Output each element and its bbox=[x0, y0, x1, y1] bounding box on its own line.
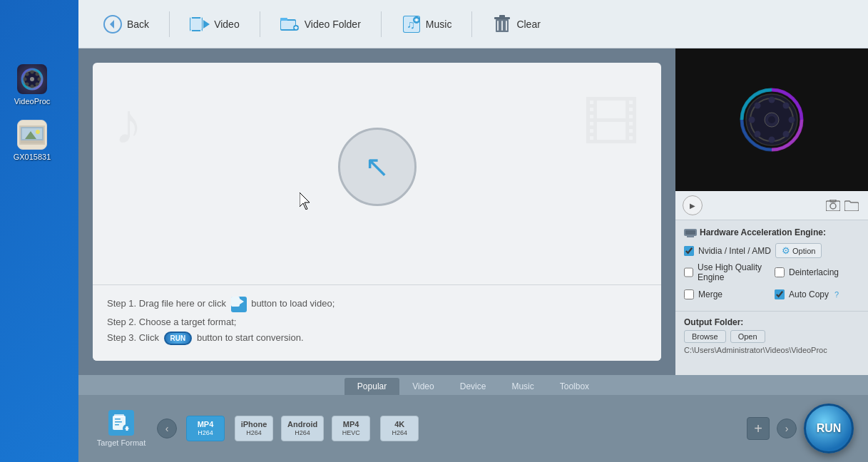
format-item-1[interactable]: iPhoneH264 bbox=[233, 416, 275, 441]
toolbar: Back Video bbox=[78, 0, 868, 48]
merge-checkbox[interactable] bbox=[684, 289, 694, 299]
video-button[interactable]: Video bbox=[180, 10, 250, 38]
steps-section: Step 1. Drag file here or click button t… bbox=[93, 284, 661, 361]
svg-point-6 bbox=[38, 78, 41, 81]
nvidia-label: Nvidia / Intel / AMD bbox=[698, 246, 771, 256]
auto-copy-row: Auto Copy ? bbox=[775, 289, 859, 299]
svg-rect-68 bbox=[114, 414, 124, 417]
tab-device[interactable]: Device bbox=[447, 378, 499, 395]
tab-video[interactable]: Video bbox=[399, 378, 446, 395]
hw-options-grid: Use High Quality Engine Deinterlacing Me… bbox=[684, 262, 859, 304]
separator-4 bbox=[471, 11, 472, 37]
svg-point-5 bbox=[24, 78, 27, 81]
auto-copy-checkbox[interactable] bbox=[775, 289, 785, 299]
svg-point-52 bbox=[769, 137, 775, 143]
desktop-icons-container: VideoProc GX015831 bbox=[0, 57, 64, 168]
auto-copy-help-icon[interactable]: ? bbox=[834, 290, 839, 299]
svg-rect-38 bbox=[414, 19, 419, 20]
format-item-4[interactable]: 4KH264 bbox=[378, 416, 421, 441]
high-quality-checkbox[interactable] bbox=[684, 267, 693, 277]
gear-icon: ⚙ bbox=[782, 245, 790, 256]
bg-music-icon: ♪ bbox=[114, 91, 143, 157]
music-button[interactable]: ♫ Music bbox=[392, 10, 462, 38]
nvidia-row: Nvidia / Intel / AMD ⚙ Option bbox=[684, 243, 859, 258]
preview-logo bbox=[675, 48, 868, 191]
drop-zone[interactable]: ♪ 🎞 ↖ Step 1. Drag file here or click bbox=[93, 63, 661, 361]
video-folder-button[interactable]: Video Folder bbox=[270, 10, 371, 38]
svg-rect-40 bbox=[497, 21, 499, 31]
svg-rect-70 bbox=[115, 421, 122, 423]
nvidia-checkbox[interactable] bbox=[684, 246, 694, 256]
upload-circle: ↖ bbox=[338, 128, 417, 206]
open-button[interactable]: Open bbox=[730, 330, 765, 343]
merge-row: Merge bbox=[684, 289, 769, 299]
svg-point-55 bbox=[755, 103, 761, 109]
svg-point-51 bbox=[769, 97, 775, 103]
app-window: Back Video bbox=[78, 0, 868, 462]
tab-toolbox[interactable]: Toolbox bbox=[547, 378, 602, 395]
play-button[interactable]: ▶ bbox=[683, 195, 703, 215]
back-icon bbox=[103, 14, 123, 34]
svg-point-54 bbox=[789, 117, 795, 123]
option-button[interactable]: ⚙ Option bbox=[775, 243, 822, 258]
svg-rect-61 bbox=[826, 201, 840, 211]
format-badge-2: AndroidH264 bbox=[281, 416, 324, 441]
left-panel: ♪ 🎞 ↖ Step 1. Drag file here or click bbox=[78, 48, 675, 375]
step1-text: Step 1. Drag file here or click button t… bbox=[107, 297, 647, 312]
format-item-2[interactable]: AndroidH264 bbox=[281, 416, 324, 441]
high-quality-row: Use High Quality Engine bbox=[684, 262, 769, 282]
upload-arrow-icon: ↖ bbox=[364, 152, 389, 182]
svg-rect-69 bbox=[115, 419, 121, 420]
format-item-3[interactable]: MP4HEVC bbox=[330, 416, 372, 441]
format-badge-1: iPhoneH264 bbox=[235, 416, 274, 441]
svg-rect-32 bbox=[294, 27, 298, 28]
format-tabs: PopularVideoDeviceMusicToolbox bbox=[78, 375, 868, 395]
video-icon bbox=[190, 14, 210, 34]
video-folder-icon bbox=[280, 14, 300, 34]
run-button[interactable]: RUN bbox=[804, 404, 854, 453]
svg-point-4 bbox=[31, 85, 34, 88]
format-item-0[interactable]: MP4H264 bbox=[184, 416, 227, 441]
back-button[interactable]: Back bbox=[93, 10, 159, 38]
folder-open-button[interactable] bbox=[842, 196, 861, 215]
target-format-icon bbox=[108, 410, 134, 436]
format-list: MP4H264iPhoneH264AndroidH264MP4HEVC4KH26… bbox=[184, 416, 740, 441]
nav-left-arrow[interactable]: ‹ bbox=[157, 419, 177, 438]
music-icon: ♫ bbox=[402, 14, 422, 34]
svg-point-60 bbox=[768, 116, 775, 123]
clear-button[interactable]: Clear bbox=[482, 10, 550, 38]
svg-rect-21 bbox=[190, 19, 202, 30]
add-format-button[interactable]: + bbox=[747, 417, 770, 440]
drop-area[interactable]: ♪ 🎞 ↖ bbox=[93, 63, 661, 284]
svg-point-53 bbox=[749, 117, 755, 123]
browse-button[interactable]: Browse bbox=[684, 330, 726, 343]
bottom-section: Target Format ‹ MP4H264iPhoneH264Android… bbox=[78, 395, 868, 462]
svg-rect-71 bbox=[115, 424, 119, 426]
svg-point-2 bbox=[30, 77, 34, 81]
desktop-icon-gx015831[interactable]: GX015831 bbox=[7, 120, 57, 161]
nav-right-arrow[interactable]: › bbox=[777, 419, 797, 438]
svg-rect-42 bbox=[506, 21, 507, 31]
svg-point-56 bbox=[783, 131, 790, 138]
svg-rect-41 bbox=[501, 21, 503, 31]
separator-3 bbox=[381, 11, 382, 37]
format-badge-0: MP4H264 bbox=[186, 416, 225, 441]
format-badge-4: 4KH264 bbox=[380, 416, 419, 441]
tab-popular[interactable]: Popular bbox=[344, 378, 399, 395]
desktop-icon-videoproc-label: VideoProc bbox=[14, 97, 51, 106]
target-format-text: Target Format bbox=[97, 438, 145, 447]
svg-point-57 bbox=[783, 103, 790, 109]
output-title: Output Folder: bbox=[684, 317, 859, 327]
svg-point-58 bbox=[755, 131, 761, 138]
separator-1 bbox=[169, 11, 170, 37]
desktop-icon-videoproc[interactable]: VideoProc bbox=[7, 64, 57, 106]
video-inline-icon bbox=[231, 297, 247, 312]
tab-music[interactable]: Music bbox=[499, 378, 546, 395]
deinterlacing-checkbox[interactable] bbox=[775, 267, 785, 277]
svg-point-10 bbox=[26, 83, 29, 86]
trash-icon bbox=[492, 14, 512, 34]
screenshot-button[interactable] bbox=[824, 196, 842, 215]
output-path: C:\Users\Administrator\Videos\VideoProc bbox=[684, 346, 859, 354]
svg-rect-29 bbox=[281, 21, 295, 29]
svg-point-8 bbox=[36, 83, 39, 86]
